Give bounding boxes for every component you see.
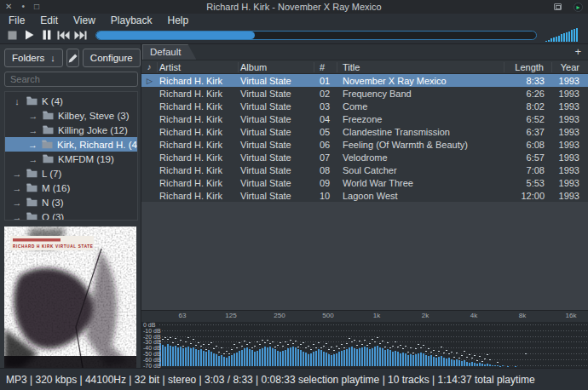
play-button[interactable]	[22, 29, 37, 42]
column-header-album[interactable]: Album	[239, 62, 314, 72]
expander-arrow-icon[interactable]: →	[28, 154, 38, 164]
tree-item-label: K (4)	[42, 96, 63, 106]
tray-status-icon[interactable]: ▸	[574, 3, 583, 12]
column-header-artist[interactable]: Artist	[158, 62, 239, 72]
playlist-row[interactable]: Richard H. Kirk Virtual State 04 Freezon…	[141, 112, 588, 125]
menu-item[interactable]: Edit	[40, 14, 58, 26]
playlist-row[interactable]: ▷ Richard H. Kirk Virtual State 01 Novem…	[141, 74, 588, 87]
cell-album: Virtual State	[239, 89, 314, 99]
pause-button[interactable]	[39, 29, 54, 42]
volume-bar	[558, 36, 560, 42]
folder-icon	[26, 198, 37, 207]
cell-title: November X Ray Mexico	[337, 76, 504, 86]
seek-progress-fill	[96, 32, 255, 39]
tray-window-icon[interactable]	[554, 3, 562, 10]
expander-arrow-icon[interactable]: →	[12, 198, 22, 208]
menu-item[interactable]: File	[9, 14, 25, 26]
tree-item[interactable]: → N (3)	[5, 195, 137, 209]
app-window: ✕ • □ Richard H. Kirk - November X Ray M…	[0, 0, 588, 390]
expander-arrow-icon[interactable]: →	[12, 212, 22, 221]
expander-arrow-icon[interactable]: →	[12, 183, 22, 193]
tree-item[interactable]: → O (3)	[5, 209, 137, 221]
column-header-year[interactable]: Year	[552, 62, 588, 72]
frequency-axis: 631252505001k2k4k8k16k	[141, 311, 588, 322]
cell-length: 6:37	[504, 127, 552, 137]
cell-album: Virtual State	[239, 165, 314, 175]
album-art: RICHARD H KIRK VIRTUAL STATE	[4, 227, 136, 368]
folder-icon	[43, 111, 54, 120]
cell-length: 8:02	[504, 101, 552, 112]
spectrum-analyzer[interactable]: 631252505001k2k4k8k16k 0 dB-10 dB-20 dB-…	[141, 310, 588, 368]
volume-control[interactable]	[545, 28, 583, 42]
frequency-tick-label: 8k	[519, 312, 526, 319]
frequency-tick-label: 2k	[422, 312, 429, 319]
tree-item[interactable]: → Killing Joke (12)	[5, 123, 137, 137]
tree-item[interactable]: → KMFDM (19)	[5, 152, 137, 166]
frequency-tick-label: 16k	[566, 312, 577, 319]
configure-button[interactable]: Configure	[83, 49, 141, 67]
expander-arrow-icon[interactable]: →	[12, 169, 22, 179]
tree-item[interactable]: → L (7)	[5, 166, 137, 181]
cell-artist: Richard H. Kirk	[158, 165, 239, 175]
menu-item[interactable]: View	[73, 14, 95, 26]
cell-title: Feeling (Of Warmth & Beauty)	[337, 140, 504, 150]
cell-artist: Richard H. Kirk	[158, 140, 239, 150]
shade-button[interactable]: •	[21, 3, 25, 11]
playlist-row[interactable]: Richard H. Kirk Virtual State 03 Come 8:…	[141, 100, 588, 112]
expander-arrow-icon[interactable]: ↓	[12, 96, 22, 106]
menu-item[interactable]: Help	[168, 14, 189, 26]
column-header-title[interactable]: Title	[337, 62, 504, 72]
cell-title: Frequency Band	[337, 89, 504, 99]
tree-item[interactable]: → Kilbey, Steve (3)	[5, 108, 137, 123]
playlist-row[interactable]: Richard H. Kirk Virtual State 07 Velodro…	[141, 151, 588, 163]
tree-item[interactable]: → Kirk, Richard H. (4)	[5, 137, 137, 152]
menu-item[interactable]: Playback	[111, 14, 153, 26]
cell-artist: Richard H. Kirk	[158, 127, 239, 137]
transport-toolbar	[0, 26, 588, 44]
tree-item-label: N (3)	[42, 198, 64, 208]
column-header-tracknum[interactable]: #	[314, 62, 337, 72]
expander-arrow-icon[interactable]: →	[28, 140, 37, 150]
expander-arrow-icon[interactable]: →	[28, 125, 38, 135]
next-button[interactable]	[73, 29, 88, 42]
frequency-tick-label: 125	[225, 312, 236, 319]
library-source-button[interactable]: Folders ↓	[4, 49, 63, 67]
stop-button[interactable]	[5, 29, 20, 42]
cell-tracknum: 10	[314, 191, 337, 201]
main-area: Folders ↓ Configure ↓ K (4)	[0, 44, 588, 368]
search-input[interactable]	[4, 72, 138, 87]
playlist-row[interactable]: Richard H. Kirk Virtual State 05 Clandes…	[141, 125, 588, 138]
cell-album: Virtual State	[239, 140, 314, 150]
edit-library-button[interactable]	[66, 49, 79, 67]
playlist-row[interactable]: Richard H. Kirk Virtual State 10 Lagoon …	[141, 189, 588, 202]
playlist-row[interactable]: Richard H. Kirk Virtual State 06 Feeling…	[141, 138, 588, 151]
playlist-row[interactable]: Richard H. Kirk Virtual State 08 Soul Ca…	[141, 163, 588, 176]
frequency-tick-label: 1k	[373, 312, 380, 319]
folder-icon	[26, 183, 37, 192]
playlist-row[interactable]: Richard H. Kirk Virtual State 02 Frequen…	[141, 87, 588, 100]
cell-artist: Richard H. Kirk	[158, 89, 239, 99]
cell-length: 6:52	[504, 114, 552, 124]
seek-bar[interactable]	[95, 31, 537, 40]
volume-bar	[548, 40, 550, 42]
column-header-length[interactable]: Length	[504, 62, 552, 72]
playlist-row[interactable]: Richard H. Kirk Virtual State 09 World W…	[141, 176, 588, 189]
maximize-button[interactable]: □	[34, 3, 39, 11]
frequency-tick-label: 4k	[470, 312, 477, 319]
folder-icon	[42, 140, 53, 149]
previous-button[interactable]	[56, 29, 71, 42]
close-button[interactable]: ✕	[5, 3, 12, 11]
add-playlist-button[interactable]: +	[574, 44, 581, 60]
expander-arrow-icon[interactable]: →	[28, 111, 38, 121]
tree-item[interactable]: → M (16)	[5, 181, 137, 195]
tree-item[interactable]: ↓ K (4)	[5, 94, 137, 108]
db-tick-label: -70 dB	[143, 363, 161, 368]
cell-album: Virtual State	[239, 76, 314, 86]
volume-bar	[563, 33, 565, 42]
cell-year: 1993	[552, 191, 588, 201]
note-icon: ♪	[141, 62, 158, 72]
cell-tracknum: 07	[314, 152, 337, 163]
frequency-tick-label: 63	[179, 312, 187, 319]
playlist-tab-default[interactable]: Default	[142, 44, 196, 60]
tree-item-label: M (16)	[42, 183, 70, 193]
